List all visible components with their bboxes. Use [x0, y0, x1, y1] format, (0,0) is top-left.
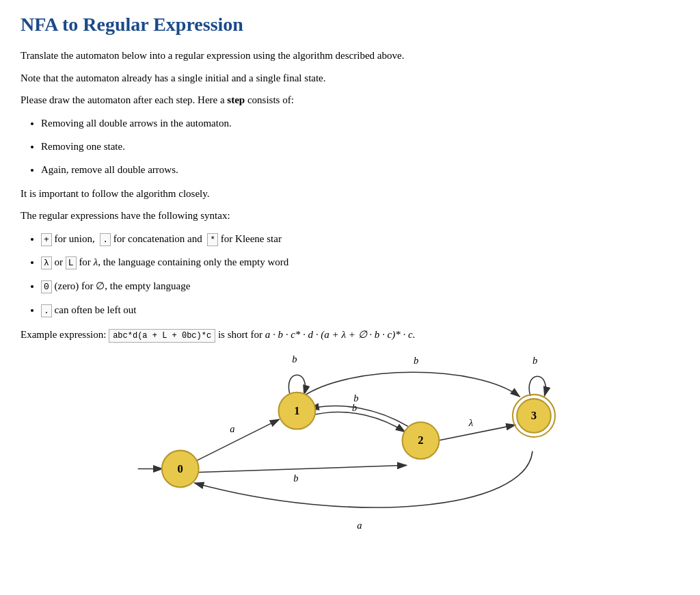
syntax-item-union: + for union, . for concatenation and * f…: [41, 230, 679, 248]
step-item-3: Again, remove all double arrows.: [41, 161, 679, 178]
state-0-label: 0: [178, 462, 183, 475]
transition-0-1: [194, 419, 279, 462]
transition-2-3: [438, 425, 515, 441]
label-0-1: a: [230, 423, 234, 434]
transition-1-3: [303, 372, 520, 397]
intro3-suffix: consists of:: [245, 94, 294, 105]
transition-0-2: [194, 466, 406, 473]
syntax-item-dot: . can often be left out: [41, 302, 679, 319]
step-item-2: Removing one state.: [41, 138, 679, 155]
label-3-0: a: [357, 520, 362, 531]
zero-symbol: 0: [41, 280, 52, 293]
step-bold: step: [227, 94, 245, 105]
example-middle: is short for: [215, 329, 265, 340]
important-paragraph: It is important to follow the algorithm …: [21, 186, 679, 202]
transition-1-self: [288, 375, 305, 395]
transition-1-2: [310, 412, 405, 432]
intro-paragraph-2: Note that the automaton already has a si…: [21, 70, 679, 86]
automaton-diagram: a b b b b λ b b a 0 1 2: [21, 356, 679, 561]
label-3-self: b: [533, 356, 537, 366]
syntax-item-zero: 0 (zero) for ∅, the empty language: [41, 278, 679, 295]
state-1-label: 1: [294, 404, 299, 417]
syntax-intro-paragraph: The regular expressions have the followi…: [21, 208, 679, 224]
plus-symbol: +: [41, 233, 52, 246]
step-list: Removing all double arrows in the automa…: [41, 115, 679, 178]
transition-2-1: [310, 406, 408, 427]
transition-3-0: [194, 451, 532, 507]
dot-symbol: .: [100, 233, 111, 246]
label-0-2: b: [293, 473, 298, 484]
page-title: NFA to Regular Expression: [21, 14, 679, 36]
example-paragraph: Example expression: abc*d(a + L + 0bc)*c…: [21, 327, 679, 343]
intro-paragraph-3: Please draw the automaton after each ste…: [21, 92, 679, 108]
label-2-3: λ: [468, 418, 473, 429]
transition-3-self: [529, 376, 546, 396]
intro3-prefix: Please draw the automaton after each ste…: [21, 94, 227, 105]
syntax-list: + for union, . for concatenation and * f…: [41, 230, 679, 319]
dot-concat-symbol: .: [41, 304, 52, 317]
label-1-self: b: [292, 356, 297, 365]
state-2-label: 2: [418, 434, 423, 447]
intro-paragraph-1: Translate the automaton below into a reg…: [21, 48, 679, 64]
example-prefix: Example expression:: [21, 329, 109, 340]
L-symbol: L: [66, 256, 77, 269]
lambda-symbol: λ: [41, 256, 52, 269]
state-3-label: 3: [531, 409, 537, 422]
example-math: a · b · c* · d · (a + λ + ∅ · b · c)* · …: [265, 329, 416, 340]
automaton-svg: a b b b b λ b b a 0 1 2: [21, 356, 679, 561]
syntax-item-lambda: λ or L for λ, the language containing on…: [41, 254, 679, 271]
step-item-1: Removing all double arrows in the automa…: [41, 115, 679, 131]
label-2-1: b: [353, 393, 358, 404]
star-symbol: *: [207, 233, 218, 246]
example-code: abc*d(a + L + 0bc)*c: [109, 329, 215, 343]
label-1-3: b: [414, 356, 418, 366]
